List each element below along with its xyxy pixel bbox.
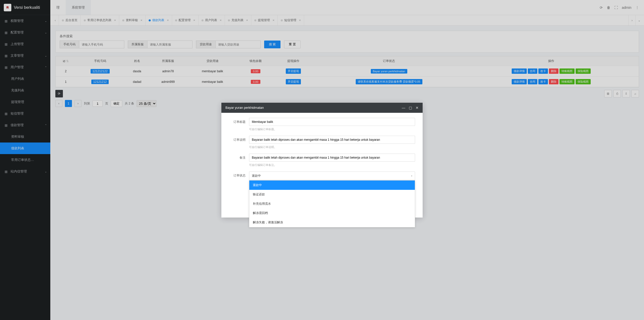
status-option[interactable]: 解冻失败，请激活解冻: [249, 218, 415, 227]
remark-hint: 可自行编辑订单备注。: [249, 163, 415, 167]
order-status-value: 退款中: [252, 174, 261, 178]
order-title-input[interactable]: [249, 118, 415, 126]
status-option[interactable]: 验证还款: [249, 190, 415, 199]
order-desc-hint: 可自行编辑订单说明。: [249, 145, 415, 149]
status-option[interactable]: 补充信用流水: [249, 199, 415, 208]
field-label-order-status: 订单状态: [229, 171, 249, 178]
remark-input[interactable]: [249, 154, 415, 162]
status-option[interactable]: 解冻需回档: [249, 208, 415, 218]
order-status-select[interactable]: 退款中 ▾: [249, 171, 415, 180]
maximize-icon[interactable]: ▢: [409, 106, 412, 110]
close-icon[interactable]: ✕: [416, 106, 419, 110]
order-status-dropdown: 退款中验证还款补充信用流水解冻需回档解冻失败，请激活解冻: [249, 180, 415, 227]
minimize-icon[interactable]: —: [402, 106, 405, 110]
modal-header: Bayar yuran perkhidmatan — ▢ ✕: [221, 103, 423, 113]
chevron-down-icon: ▾: [411, 174, 412, 177]
field-label-order-title: 订单标题: [229, 118, 249, 124]
modal-title: Bayar yuran perkhidmatan: [225, 106, 264, 110]
order-desc-input[interactable]: [249, 136, 415, 144]
order-title-hint: 可自行编辑订单标题。: [249, 127, 415, 131]
modal: Bayar yuran perkhidmatan — ▢ ✕ 订单标题 可自行编…: [221, 103, 423, 218]
field-label-remark: 备注: [229, 154, 249, 160]
status-option[interactable]: 退款中: [249, 181, 415, 190]
field-label-order-desc: 订单说明: [229, 136, 249, 142]
